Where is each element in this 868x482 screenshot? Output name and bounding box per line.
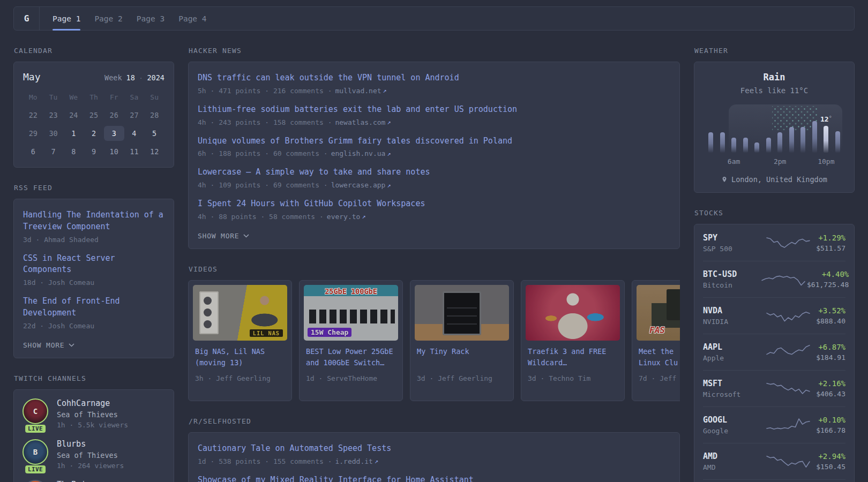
nav-tab-label: Page 4 bbox=[178, 14, 206, 23]
active-tab-underline bbox=[53, 29, 80, 31]
feed-item-title-link[interactable]: DNS traffic can leak outside the VPN tun… bbox=[198, 72, 459, 84]
feed-item-title-link[interactable]: Showcase of my Mixed Reality Interface f… bbox=[198, 475, 474, 482]
calendar-day: 27 bbox=[124, 108, 145, 123]
video-title-link[interactable]: Traefik 3 and FREE Wildcard… bbox=[528, 346, 618, 370]
feed-item-title-link[interactable]: Unique volumes of Brothers Grimm fairy t… bbox=[198, 135, 512, 147]
feed-item-meta: 4h · 88 points · 58 comments · every.to … bbox=[198, 213, 670, 221]
nav-tab-label: Page 1 bbox=[53, 14, 80, 23]
stock-identity: AAPL Apple bbox=[703, 342, 760, 362]
nav-tab-4[interactable]: Page 4 bbox=[178, 7, 206, 30]
calendar-day: 2 bbox=[84, 126, 104, 141]
video-title-link[interactable]: My Tiny Rack bbox=[417, 346, 507, 370]
video-card[interactable]: FAS Meet the Linux Clu 7d · Jeff Geerlin… bbox=[632, 280, 680, 401]
nav-tab-3[interactable]: Page 3 bbox=[137, 7, 164, 30]
left-column: CALENDAR May Week 18 · 2024 MoTuWeThFrSa… bbox=[13, 47, 174, 482]
calendar-day: 4 bbox=[124, 126, 145, 141]
stock-change-percent: +2.16% bbox=[816, 379, 845, 388]
feed-item-title-link[interactable]: Handling The Indentation of a Treeview C… bbox=[23, 209, 164, 233]
feed-item: Showcase of my Mixed Reality Interface f… bbox=[198, 475, 670, 482]
video-thumbnail[interactable]: 25GbE 100GbE15W Cheap bbox=[304, 285, 398, 341]
weather-location: London, United Kingdom bbox=[704, 175, 845, 184]
feed-item-meta-text: 1d · 538 points · 155 comments · bbox=[198, 457, 332, 465]
calendar-weekday: We bbox=[63, 91, 84, 104]
weather-bar bbox=[743, 138, 748, 153]
video-meta: 1d · ServeTheHome bbox=[306, 374, 396, 382]
stock-row[interactable]: NVDA NVIDIA +3.52% $888.40 bbox=[703, 297, 845, 334]
stock-row[interactable]: RDDT -1.65% bbox=[703, 479, 845, 482]
calendar-day: 1 bbox=[63, 126, 84, 141]
feed-item-source: i.redd.it ↗ bbox=[335, 457, 378, 465]
feed-item-title-link[interactable]: Lowercase – A simple way to take and sha… bbox=[198, 167, 430, 178]
stock-identity: SPY S&P 500 bbox=[703, 233, 760, 253]
calendar-day: 22 bbox=[23, 108, 43, 123]
feed-item-source: mullvad.net ↗ bbox=[335, 87, 386, 95]
video-title-link[interactable]: BEST Low Power 25GbE and 100GbE Switch… bbox=[306, 346, 396, 370]
weather-location-text: London, United Kingdom bbox=[731, 175, 827, 184]
hackernews-show-more-button[interactable]: SHOW MORE bbox=[198, 232, 249, 240]
calendar-day: 23 bbox=[43, 108, 64, 123]
feed-item-title-link[interactable]: Cautionary Tale on Automated Speed Tests bbox=[198, 443, 391, 455]
stock-row[interactable]: GOOGL Google +0.10% $166.78 bbox=[703, 406, 845, 443]
calendar-month: May bbox=[23, 71, 41, 82]
twitch-avatar: B bbox=[23, 439, 48, 465]
calendar-day-today: 3 bbox=[104, 126, 124, 141]
video-thumbnail[interactable]: LIL NAS bbox=[193, 285, 287, 341]
feed-item-source: newatlas.com ↗ bbox=[335, 118, 391, 126]
weather-bar bbox=[766, 138, 771, 153]
video-card[interactable]: LIL NAS Big NAS, Lil NAS (moving 13) 3h … bbox=[188, 280, 292, 401]
rss-list: Handling The Indentation of a Treeview C… bbox=[23, 209, 164, 330]
video-title-link[interactable]: Big NAS, Lil NAS (moving 13) bbox=[195, 346, 285, 370]
video-thumbnail[interactable]: FAS bbox=[637, 285, 680, 341]
twitch-channel-item[interactable]: C LIVE CohhCarnage Sea of Thieves 1h · 5… bbox=[23, 398, 165, 429]
nav-tabs: Page 1Page 2Page 3Page 4 bbox=[40, 7, 207, 30]
stock-change-percent: +3.52% bbox=[816, 306, 845, 315]
thumbnail-text: LIL NAS bbox=[250, 329, 283, 337]
weather-hour-column: 6am bbox=[731, 106, 736, 153]
video-card[interactable]: My Tiny Rack 3d · Jeff Geerling bbox=[410, 280, 514, 401]
feed-item-title-link[interactable]: The End of Front-End Development bbox=[23, 296, 164, 319]
video-title-link[interactable]: Meet the Linux Clu bbox=[639, 346, 680, 370]
rss-show-more-button[interactable]: SHOW MORE bbox=[23, 341, 74, 349]
nav-tab-2[interactable]: Page 2 bbox=[94, 7, 122, 30]
weather-time-label: 6am bbox=[728, 157, 740, 165]
stock-identity: NVDA NVIDIA bbox=[703, 306, 760, 326]
nav-tab-label: Page 3 bbox=[137, 14, 164, 23]
weather-hour-column bbox=[708, 106, 713, 153]
weather-bar-current bbox=[824, 126, 828, 153]
weather-hour-column bbox=[720, 106, 725, 153]
stock-name: Bitcoin bbox=[703, 281, 760, 289]
dashboard-columns: CALENDAR May Week 18 · 2024 MoTuWeThFrSa… bbox=[13, 47, 855, 482]
stocks-card: SPY S&P 500 +1.29% $511.57 BTC-USD Bitco… bbox=[694, 224, 855, 482]
stock-row[interactable]: AMD AMD +2.94% $150.45 bbox=[703, 443, 845, 479]
twitch-channel-name: Blurbs bbox=[57, 439, 124, 449]
videos-widget: VIDEOS LIL NAS Big NAS, Lil NAS (moving … bbox=[188, 265, 680, 401]
calendar-day: 6 bbox=[23, 144, 43, 159]
video-card[interactable]: 25GbE 100GbE15W Cheap BEST Low Power 25G… bbox=[299, 280, 403, 401]
feed-item-title-link[interactable]: CSS in React Server Components bbox=[23, 253, 164, 276]
stock-row[interactable]: BTC-USD Bitcoin +4.40% $61,725.48 bbox=[703, 261, 845, 297]
rss-card: Handling The Indentation of a Treeview C… bbox=[13, 199, 174, 358]
top-nav: G Page 1Page 2Page 3Page 4 bbox=[13, 6, 855, 31]
stock-row[interactable]: MSFT Microsoft +2.16% $406.43 bbox=[703, 370, 845, 406]
feed-item-title-link[interactable]: I Spent 24 Hours with GitHub Copilot Wor… bbox=[198, 198, 425, 210]
nav-tab-1[interactable]: Page 1 bbox=[53, 7, 80, 30]
app-logo[interactable]: G bbox=[14, 7, 40, 30]
calendar-grid: MoTuWeThFrSaSu22232425262728293012345678… bbox=[23, 91, 164, 159]
video-card[interactable]: Traefik 3 and FREE Wildcard… 3d · Techno… bbox=[521, 280, 625, 401]
stock-row[interactable]: SPY S&P 500 +1.29% $511.57 bbox=[703, 224, 845, 261]
calendar-day: 24 bbox=[63, 108, 84, 123]
stock-row[interactable]: AAPL Apple +6.87% $184.91 bbox=[703, 334, 845, 370]
widget-label-stocks: STOCKS bbox=[694, 209, 854, 217]
stock-values: +6.87% $184.91 bbox=[816, 343, 845, 362]
feed-item-title-link[interactable]: Lithium-free sodium batteries exit the l… bbox=[198, 104, 517, 116]
video-thumbnail[interactable] bbox=[526, 285, 620, 341]
stock-symbol: AMD bbox=[703, 451, 760, 461]
twitch-channel-item[interactable]: B LIVE Blurbs Sea of Thieves 1h · 264 vi… bbox=[23, 439, 165, 470]
stock-name: Apple bbox=[703, 354, 760, 362]
video-meta: 7d · Jeff Geerling bbox=[639, 374, 680, 382]
feed-item-meta-text: 22d · Josh Comeau bbox=[23, 322, 94, 330]
twitch-channel-item[interactable]: ThePrimeagen bbox=[23, 480, 165, 482]
location-pin-icon bbox=[721, 176, 728, 183]
feed-item-source: english.nv.ua ↗ bbox=[331, 149, 391, 157]
video-thumbnail[interactable] bbox=[415, 285, 509, 341]
